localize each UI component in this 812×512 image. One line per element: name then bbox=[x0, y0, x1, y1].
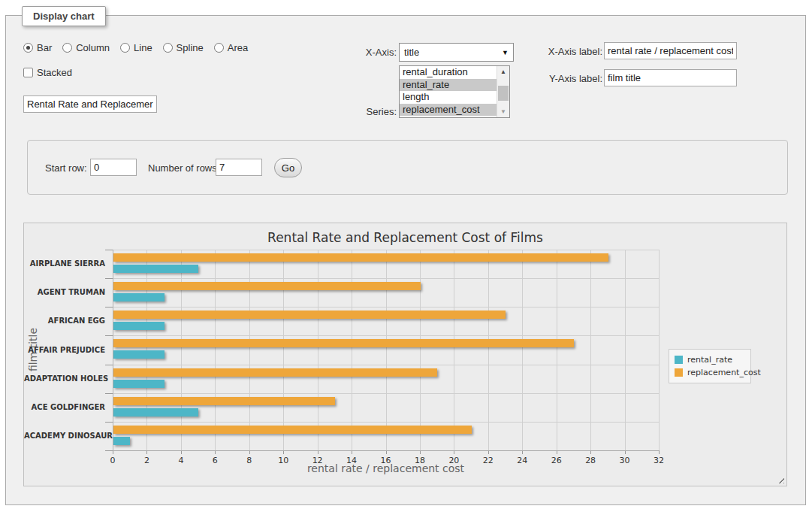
legend-label-replacement-cost: replacement_cost bbox=[687, 368, 761, 377]
radio-line-icon[interactable] bbox=[120, 43, 130, 53]
bar-rental-rate[interactable] bbox=[113, 322, 165, 330]
num-rows-input[interactable] bbox=[216, 159, 262, 176]
y-tick bbox=[105, 307, 113, 308]
bar-rental-rate[interactable] bbox=[113, 350, 165, 359]
category-label: AGENT TRUMAN bbox=[24, 288, 113, 296]
bar-replacement-cost[interactable] bbox=[113, 368, 437, 377]
category-label: ACADEMY DINOSAUR bbox=[24, 432, 113, 440]
stacked-checkbox[interactable] bbox=[23, 68, 33, 77]
y-tick bbox=[105, 422, 113, 423]
num-rows-label: Number of rows: bbox=[148, 162, 219, 174]
x-axis-select[interactable]: title ▼ bbox=[399, 43, 514, 62]
scroll-up-icon[interactable]: ▲ bbox=[497, 66, 509, 77]
y-tick bbox=[105, 335, 113, 336]
display-chart-fieldset: Display chart Bar Column Line Spline Are… bbox=[5, 15, 806, 505]
radio-spline-icon[interactable] bbox=[163, 43, 173, 53]
legend-item-rental-rate[interactable]: rental_rate bbox=[675, 353, 745, 366]
y-axis-label-label: Y-Axis label: bbox=[544, 73, 602, 84]
radio-bar-icon[interactable] bbox=[23, 43, 33, 53]
gridline-v bbox=[590, 250, 591, 450]
gridline-v bbox=[625, 250, 626, 450]
x-axis-title: rental rate / replacement cost bbox=[113, 462, 659, 474]
gridline-v bbox=[318, 250, 318, 450]
bar-replacement-cost[interactable] bbox=[113, 282, 421, 290]
category-label: ADAPTATION HOLES bbox=[24, 374, 113, 383]
legend-label-rental-rate: rental_rate bbox=[687, 355, 732, 365]
y-axis-label-input[interactable] bbox=[604, 69, 737, 86]
bar-rental-rate[interactable] bbox=[113, 408, 198, 417]
bar-rental-rate[interactable] bbox=[113, 265, 198, 273]
gridline-v bbox=[181, 250, 182, 450]
bar-replacement-cost[interactable] bbox=[113, 253, 608, 262]
series-option-replacement-cost[interactable]: replacement_cost bbox=[400, 104, 497, 117]
gridline-v bbox=[522, 250, 523, 450]
radio-area-label: Area bbox=[228, 42, 248, 53]
x-axis-label-label: X-Axis label: bbox=[544, 46, 602, 57]
gridline-h bbox=[113, 278, 659, 279]
chart-title: Rental Rate and Replacement Cost of Film… bbox=[24, 230, 786, 245]
gridline-v bbox=[488, 250, 489, 450]
category-label: ACE GOLDFINGER bbox=[24, 403, 113, 411]
radio-line-label: Line bbox=[134, 42, 152, 53]
go-button[interactable]: Go bbox=[274, 158, 302, 177]
radio-column-label: Column bbox=[76, 42, 110, 53]
chart-canvas: Rental Rate and Replacement Cost of Film… bbox=[23, 223, 787, 486]
gridline-h bbox=[113, 335, 659, 336]
gridline-v bbox=[386, 250, 387, 450]
bar-replacement-cost[interactable] bbox=[113, 426, 472, 434]
gridline-h bbox=[113, 250, 659, 250]
category-label: AFRICAN EGG bbox=[24, 317, 113, 325]
gridline-h bbox=[113, 365, 659, 365]
gridline-v bbox=[420, 250, 421, 450]
gridline-v bbox=[249, 250, 250, 450]
listbox-scrollbar[interactable]: ▲ ▼ bbox=[497, 66, 509, 117]
replacement-cost-swatch-icon bbox=[675, 368, 683, 377]
gridline-h bbox=[113, 422, 659, 423]
gridline-v bbox=[454, 250, 454, 450]
x-axis-label-input[interactable] bbox=[604, 42, 737, 59]
rows-panel: Start row: Number of rows: Go bbox=[27, 140, 788, 195]
chart-title-input[interactable] bbox=[23, 95, 157, 113]
bar-rental-rate[interactable] bbox=[113, 293, 165, 301]
radio-column-icon[interactable] bbox=[62, 43, 72, 53]
gridline-v bbox=[659, 250, 660, 450]
stacked-label: Stacked bbox=[37, 67, 72, 78]
stacked-checkbox-row[interactable]: Stacked bbox=[23, 67, 72, 78]
series-option-rental-rate[interactable]: rental_rate bbox=[400, 79, 497, 92]
x-axis-select-label: X-Axis: bbox=[352, 47, 397, 58]
chart-type-radio-group: Bar Column Line Spline Area bbox=[23, 42, 248, 53]
scrollbar-thumb[interactable] bbox=[498, 86, 509, 101]
rental-rate-swatch-icon bbox=[675, 356, 683, 364]
gridline-v bbox=[557, 250, 557, 450]
series-listbox-label: Series: bbox=[343, 106, 397, 117]
x-tick bbox=[659, 450, 660, 454]
resize-grip-icon[interactable] bbox=[776, 475, 784, 483]
radio-spline-label: Spline bbox=[177, 42, 204, 53]
radio-area[interactable]: Area bbox=[214, 42, 248, 53]
legend-item-replacement-cost[interactable]: replacement_cost bbox=[675, 366, 745, 379]
bar-rental-rate[interactable] bbox=[113, 380, 165, 388]
radio-line[interactable]: Line bbox=[120, 42, 152, 53]
category-label: AFFAIR PREJUDICE bbox=[24, 346, 113, 354]
series-option-length[interactable]: length bbox=[400, 91, 497, 104]
radio-bar[interactable]: Bar bbox=[23, 42, 52, 53]
category-label: AIRPLANE SIERRA bbox=[24, 259, 113, 268]
scroll-down-icon[interactable]: ▼ bbox=[497, 106, 509, 117]
y-tick bbox=[105, 365, 113, 365]
fieldset-legend: Display chart bbox=[22, 6, 106, 26]
radio-column[interactable]: Column bbox=[62, 42, 110, 53]
bar-rental-rate[interactable] bbox=[113, 437, 130, 445]
gridline-v bbox=[215, 250, 216, 450]
bar-replacement-cost[interactable] bbox=[113, 311, 506, 319]
radio-area-icon[interactable] bbox=[214, 43, 224, 53]
series-option-rental-duration[interactable]: rental_duration bbox=[400, 66, 497, 79]
dropdown-arrow-icon: ▼ bbox=[502, 49, 509, 56]
radio-spline[interactable]: Spline bbox=[163, 42, 204, 53]
series-listbox[interactable]: rental_duration rental_rate length repla… bbox=[399, 65, 510, 118]
start-row-input[interactable] bbox=[90, 159, 137, 176]
start-row-label: Start row: bbox=[45, 162, 87, 174]
bar-replacement-cost[interactable] bbox=[113, 339, 574, 347]
y-tick bbox=[105, 450, 113, 451]
gridline-v bbox=[283, 250, 284, 450]
bar-replacement-cost[interactable] bbox=[113, 397, 335, 405]
